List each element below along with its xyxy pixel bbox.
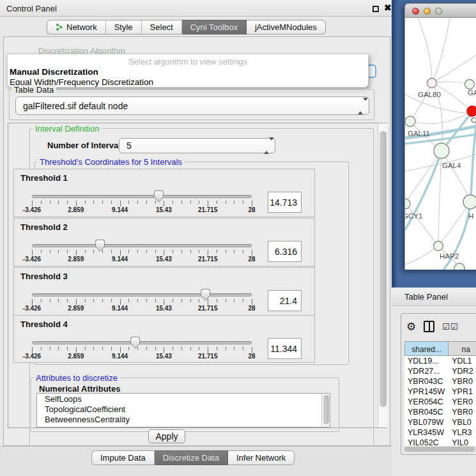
network-view-window: GAL80GACGAL11GAL4GCY1HHAP2 (404, 3, 476, 270)
slider-tick (155, 299, 156, 302)
table-row[interactable]: YLR345WYLR3 (404, 427, 476, 438)
network-node[interactable] (434, 242, 443, 251)
slider-tick-label: 28 (234, 206, 269, 213)
settings-vertical-scrollbar[interactable] (378, 123, 387, 427)
panel-title: Control Panel (6, 4, 57, 13)
slider-tick-label: 9.144 (103, 305, 137, 312)
select-none-checkbox-icon[interactable]: ☑ (450, 323, 458, 331)
table-cell: YLR345W (404, 427, 449, 438)
network-node[interactable] (405, 199, 410, 209)
slider-tick-label: 28 (234, 353, 269, 360)
slider-track[interactable] (32, 293, 252, 296)
slider-thumb[interactable] (130, 337, 140, 349)
attribute-list-item[interactable]: TopologicalCoefficient (37, 404, 330, 414)
threshold-value-field[interactable]: 11.344 (268, 338, 302, 359)
float-window-icon[interactable] (372, 6, 379, 12)
slider-tick (217, 250, 217, 253)
tab-label: Infer Network (236, 453, 286, 463)
screen: Control Panel ✖ NetworkStyleSelectCyni T… (0, 0, 476, 476)
network-node[interactable] (463, 195, 476, 209)
threshold-value-field[interactable]: 6.316 (268, 241, 302, 262)
slider-tick-label: -3.426 (15, 305, 49, 312)
slider-tick (181, 201, 182, 204)
slider-track[interactable] (32, 195, 252, 198)
slider-tick (252, 299, 252, 305)
threshold-value-field[interactable]: 14.713 (268, 192, 302, 213)
table-row[interactable]: YBR045CYBR0 (404, 407, 476, 417)
tab-infer-network[interactable]: Infer Network (228, 450, 295, 465)
table-row[interactable]: YDL19...YDL1 (404, 356, 476, 366)
slider-tick-label: 21.715 (190, 353, 225, 360)
table-cell: YBR045C (404, 407, 449, 417)
slider-tick (146, 250, 147, 253)
attributes-list-scrollbar[interactable] (321, 394, 330, 427)
window-minimize-light[interactable] (424, 8, 431, 15)
tab-cyni-toolbox[interactable]: Cyni Toolbox (182, 20, 247, 35)
tab-label: Cyni Toolbox (190, 22, 238, 32)
slider-tick (93, 299, 94, 302)
network-node[interactable] (465, 80, 475, 89)
algorithm-option-manual[interactable]: Manual Discretization (10, 67, 98, 77)
table-column-header-0[interactable]: shared... (404, 341, 449, 356)
select-all-checkbox-icon[interactable]: ☑ (442, 323, 450, 331)
table-row[interactable]: YBL079WYBL0 (404, 417, 476, 427)
algorithm-placeholder-option[interactable]: Select algorithm to view settings (8, 57, 368, 66)
table-cell: YDR2 (449, 366, 476, 376)
slider-tick (137, 299, 138, 302)
slider-thumb[interactable] (201, 289, 210, 301)
apply-button[interactable]: Apply (148, 429, 185, 443)
slider-tick-label: -3.426 (15, 353, 49, 360)
network-icon (56, 23, 63, 31)
threshold-value-field[interactable]: 21.4 (268, 290, 302, 311)
network-node[interactable] (467, 106, 476, 116)
numerical-attributes-list[interactable]: SelfLoopsTopologicalCoefficientBetweenne… (36, 393, 330, 427)
gear-icon[interactable]: ⚙ (406, 321, 416, 332)
tab-select[interactable]: Select (142, 20, 182, 35)
slider-tick (111, 299, 112, 302)
slider-thumb[interactable] (95, 240, 105, 252)
network-node-label: GA (468, 89, 476, 96)
tab-discretize-data[interactable]: Discretize Data (155, 450, 228, 465)
number-of-intervals-label: Number of Intervals (47, 141, 125, 150)
threshold-label: Threshold 2 (20, 222, 68, 232)
table-column-header-1[interactable]: na (449, 341, 476, 356)
slider-tick (67, 347, 68, 350)
slider-track[interactable] (32, 341, 252, 344)
table-data-combo[interactable]: galFiltered.sif default node (15, 96, 369, 115)
table-row[interactable]: YDR27...YDR2 (404, 366, 476, 376)
number-of-intervals-spinner[interactable]: 5 (119, 138, 275, 153)
attribute-list-item[interactable]: SelfLoops (37, 394, 330, 404)
slider-tick (41, 299, 42, 302)
table-row[interactable]: YER054CYER0 (404, 397, 476, 407)
tab-style[interactable]: Style (106, 20, 142, 35)
network-node[interactable] (427, 79, 437, 88)
table-cell: YBL0 (449, 417, 476, 427)
network-node[interactable] (454, 263, 464, 270)
slider-tick (111, 201, 112, 204)
attribute-list-item[interactable]: BetweennessCentrality (37, 414, 330, 424)
slider-tick (208, 250, 208, 256)
threshold-row-3: Threshold 3-3.4262.8599.14415.4321.71528… (13, 267, 315, 316)
table-row[interactable]: YBR043CYBR0 (404, 376, 476, 387)
slider-track[interactable] (32, 244, 252, 247)
tab-impute-data[interactable]: Impute Data (91, 450, 155, 465)
network-canvas[interactable]: GAL80GACGAL11GAL4GCY1HHAP2 (404, 18, 476, 270)
tab-network[interactable]: Network (47, 20, 106, 35)
slider-tick (181, 299, 182, 302)
split-columns-icon[interactable] (424, 321, 434, 332)
network-node[interactable] (405, 116, 415, 127)
network-window-titlebar[interactable] (404, 3, 476, 18)
network-node[interactable] (434, 143, 449, 158)
window-zoom-light[interactable] (435, 8, 442, 15)
table-row[interactable]: YPR145WYPR1 (404, 387, 476, 397)
slider-tick (120, 201, 121, 206)
close-icon[interactable]: ✖ (384, 3, 392, 13)
settings-scroll-area: Interval Definition Number of Intervals … (8, 123, 387, 428)
table-horizontal-scrollbar[interactable] (404, 446, 476, 452)
window-close-light[interactable] (412, 8, 419, 15)
node-table: shared...naYDL19...YDL1YDR27...YDR2YBR04… (404, 341, 476, 448)
tab-jactivemnodules[interactable]: jActiveMNodules (247, 20, 326, 35)
slider-tick (155, 250, 156, 253)
slider-tick (199, 299, 199, 302)
slider-tick (234, 201, 234, 204)
